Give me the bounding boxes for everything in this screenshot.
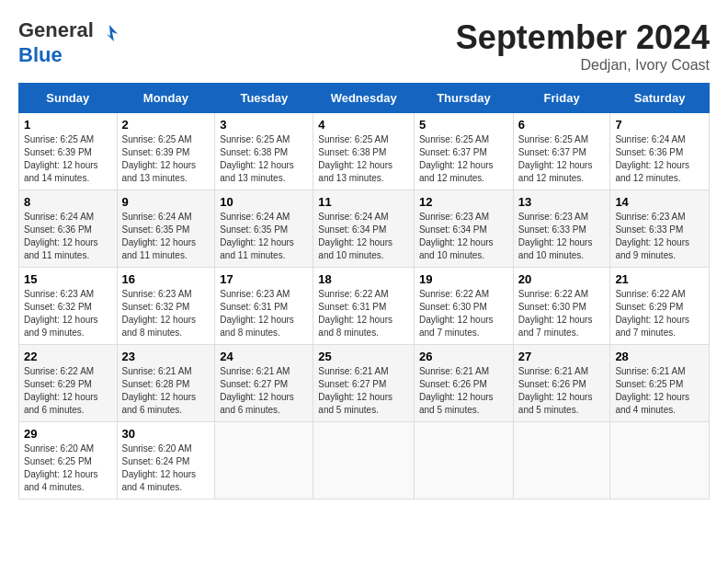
calendar-cell: 22 Sunrise: 6:22 AMSunset: 6:29 PMDaylig… <box>19 345 118 422</box>
calendar-cell: 13 Sunrise: 6:23 AMSunset: 6:33 PMDaylig… <box>513 190 610 268</box>
day-number: 13 <box>518 195 606 209</box>
day-number: 29 <box>24 427 112 441</box>
day-number: 25 <box>318 350 409 363</box>
day-info: Sunrise: 6:24 AMSunset: 6:36 PMDaylight:… <box>615 134 689 183</box>
header-tuesday: Tuesday <box>215 84 313 113</box>
calendar-cell <box>513 422 610 500</box>
day-number: 5 <box>419 118 508 132</box>
calendar-cell: 10 Sunrise: 6:24 AMSunset: 6:35 PMDaylig… <box>215 190 313 268</box>
day-number: 11 <box>318 195 409 209</box>
day-info: Sunrise: 6:22 AMSunset: 6:31 PMDaylight:… <box>318 289 392 338</box>
day-info: Sunrise: 6:22 AMSunset: 6:30 PMDaylight:… <box>419 289 494 338</box>
day-number: 17 <box>220 272 308 286</box>
calendar-cell: 25 Sunrise: 6:21 AMSunset: 6:27 PMDaylig… <box>313 345 415 422</box>
day-number: 22 <box>24 350 112 363</box>
header-friday: Friday <box>513 84 610 113</box>
calendar-cell: 6 Sunrise: 6:25 AMSunset: 6:37 PMDayligh… <box>513 113 610 190</box>
calendar-cell: 4 Sunrise: 6:25 AMSunset: 6:38 PMDayligh… <box>313 113 415 190</box>
day-info: Sunrise: 6:22 AMSunset: 6:30 PMDaylight:… <box>518 289 593 338</box>
day-info: Sunrise: 6:21 AMSunset: 6:25 PMDaylight:… <box>615 366 689 415</box>
calendar-cell: 28 Sunrise: 6:21 AMSunset: 6:25 PMDaylig… <box>610 345 710 422</box>
calendar-cell: 14 Sunrise: 6:23 AMSunset: 6:33 PMDaylig… <box>610 190 710 268</box>
calendar-cell: 9 Sunrise: 6:24 AMSunset: 6:35 PMDayligh… <box>117 190 215 268</box>
day-number: 30 <box>122 427 210 441</box>
calendar-header-row: SundayMondayTuesdayWednesdayThursdayFrid… <box>19 84 710 113</box>
calendar-cell: 24 Sunrise: 6:21 AMSunset: 6:27 PMDaylig… <box>215 345 313 422</box>
day-number: 24 <box>220 350 308 363</box>
title-block: September 2024 Dedjan, Ivory Coast <box>456 18 710 74</box>
day-info: Sunrise: 6:21 AMSunset: 6:26 PMDaylight:… <box>419 366 494 415</box>
day-info: Sunrise: 6:21 AMSunset: 6:27 PMDaylight:… <box>318 366 392 415</box>
location-subtitle: Dedjan, Ivory Coast <box>456 57 710 74</box>
day-info: Sunrise: 6:23 AMSunset: 6:32 PMDaylight:… <box>122 289 197 338</box>
calendar-week-row: 1 Sunrise: 6:25 AMSunset: 6:39 PMDayligh… <box>19 113 710 190</box>
day-info: Sunrise: 6:23 AMSunset: 6:33 PMDaylight:… <box>615 212 689 260</box>
day-number: 14 <box>615 195 704 209</box>
day-info: Sunrise: 6:22 AMSunset: 6:29 PMDaylight:… <box>615 289 689 338</box>
svg-marker-0 <box>107 25 118 41</box>
day-info: Sunrise: 6:20 AMSunset: 6:25 PMDaylight:… <box>24 443 98 492</box>
calendar-cell: 12 Sunrise: 6:23 AMSunset: 6:34 PMDaylig… <box>414 190 513 268</box>
day-info: Sunrise: 6:25 AMSunset: 6:37 PMDaylight:… <box>518 134 593 183</box>
day-info: Sunrise: 6:23 AMSunset: 6:31 PMDaylight:… <box>220 289 294 338</box>
day-number: 21 <box>615 272 704 286</box>
calendar-cell: 15 Sunrise: 6:23 AMSunset: 6:32 PMDaylig… <box>19 268 118 345</box>
day-number: 8 <box>24 195 112 209</box>
day-info: Sunrise: 6:25 AMSunset: 6:39 PMDaylight:… <box>24 134 98 183</box>
header-sunday: Sunday <box>19 84 118 113</box>
header-thursday: Thursday <box>414 84 513 113</box>
day-number: 26 <box>419 350 508 363</box>
calendar-cell: 27 Sunrise: 6:21 AMSunset: 6:26 PMDaylig… <box>513 345 610 422</box>
day-info: Sunrise: 6:24 AMSunset: 6:35 PMDaylight:… <box>122 212 197 260</box>
header-saturday: Saturday <box>610 84 710 113</box>
day-number: 1 <box>24 118 112 132</box>
calendar-cell: 8 Sunrise: 6:24 AMSunset: 6:36 PMDayligh… <box>19 190 118 268</box>
header-monday: Monday <box>117 84 215 113</box>
calendar-cell: 16 Sunrise: 6:23 AMSunset: 6:32 PMDaylig… <box>117 268 215 345</box>
day-info: Sunrise: 6:22 AMSunset: 6:29 PMDaylight:… <box>24 366 98 415</box>
calendar-cell: 11 Sunrise: 6:24 AMSunset: 6:34 PMDaylig… <box>313 190 415 268</box>
logo: General Blue <box>18 18 119 67</box>
calendar-cell <box>610 422 710 500</box>
calendar-cell <box>313 422 415 500</box>
day-number: 4 <box>318 118 409 132</box>
day-info: Sunrise: 6:23 AMSunset: 6:34 PMDaylight:… <box>419 212 494 260</box>
day-number: 27 <box>518 350 606 363</box>
day-info: Sunrise: 6:20 AMSunset: 6:24 PMDaylight:… <box>122 443 197 492</box>
day-info: Sunrise: 6:23 AMSunset: 6:33 PMDaylight:… <box>518 212 593 260</box>
day-number: 3 <box>220 118 308 132</box>
day-number: 12 <box>419 195 508 209</box>
calendar-cell: 29 Sunrise: 6:20 AMSunset: 6:25 PMDaylig… <box>19 422 118 500</box>
calendar-week-row: 8 Sunrise: 6:24 AMSunset: 6:36 PMDayligh… <box>19 190 710 268</box>
day-number: 6 <box>518 118 606 132</box>
day-number: 23 <box>122 350 210 363</box>
day-info: Sunrise: 6:21 AMSunset: 6:26 PMDaylight:… <box>518 366 593 415</box>
calendar-cell: 18 Sunrise: 6:22 AMSunset: 6:31 PMDaylig… <box>313 268 415 345</box>
day-info: Sunrise: 6:25 AMSunset: 6:39 PMDaylight:… <box>122 134 197 183</box>
day-info: Sunrise: 6:23 AMSunset: 6:32 PMDaylight:… <box>24 289 98 338</box>
day-info: Sunrise: 6:24 AMSunset: 6:36 PMDaylight:… <box>24 212 98 260</box>
day-info: Sunrise: 6:25 AMSunset: 6:38 PMDaylight:… <box>318 134 392 183</box>
day-number: 28 <box>615 350 704 363</box>
calendar-cell: 3 Sunrise: 6:25 AMSunset: 6:38 PMDayligh… <box>215 113 313 190</box>
day-number: 18 <box>318 272 409 286</box>
day-info: Sunrise: 6:24 AMSunset: 6:35 PMDaylight:… <box>220 212 294 260</box>
day-info: Sunrise: 6:21 AMSunset: 6:27 PMDaylight:… <box>220 366 294 415</box>
calendar-week-row: 29 Sunrise: 6:20 AMSunset: 6:25 PMDaylig… <box>19 422 710 500</box>
header-wednesday: Wednesday <box>313 84 415 113</box>
day-number: 20 <box>518 272 606 286</box>
logo-blue-text: Blue <box>18 43 63 66</box>
calendar-cell: 30 Sunrise: 6:20 AMSunset: 6:24 PMDaylig… <box>117 422 215 500</box>
logo-bird-icon <box>99 23 119 43</box>
calendar-cell: 5 Sunrise: 6:25 AMSunset: 6:37 PMDayligh… <box>414 113 513 190</box>
day-info: Sunrise: 6:21 AMSunset: 6:28 PMDaylight:… <box>122 366 197 415</box>
day-number: 7 <box>615 118 704 132</box>
day-number: 10 <box>220 195 308 209</box>
logo-general-text: General <box>18 18 94 41</box>
day-number: 15 <box>24 272 112 286</box>
calendar-cell: 26 Sunrise: 6:21 AMSunset: 6:26 PMDaylig… <box>414 345 513 422</box>
month-title: September 2024 <box>456 18 710 57</box>
day-number: 2 <box>122 118 210 132</box>
calendar-cell: 20 Sunrise: 6:22 AMSunset: 6:30 PMDaylig… <box>513 268 610 345</box>
day-number: 9 <box>122 195 210 209</box>
